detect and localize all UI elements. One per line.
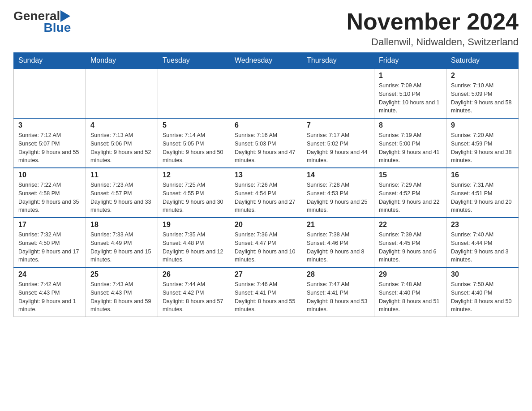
day-info: Sunrise: 7:12 AMSunset: 5:07 PMDaylight:… [18, 131, 81, 165]
calendar-week-row: 10Sunrise: 7:22 AMSunset: 4:58 PMDayligh… [14, 168, 519, 218]
day-number: 28 [307, 270, 369, 278]
table-row: 10Sunrise: 7:22 AMSunset: 4:58 PMDayligh… [14, 168, 86, 218]
day-number: 10 [18, 171, 81, 179]
table-row: 14Sunrise: 7:28 AMSunset: 4:53 PMDayligh… [302, 168, 374, 218]
calendar-week-row: 3Sunrise: 7:12 AMSunset: 5:07 PMDaylight… [14, 118, 519, 168]
day-info: Sunrise: 7:28 AMSunset: 4:53 PMDaylight:… [307, 181, 369, 214]
page-header: General Blue November 2024 Dallenwil, Ni… [13, 9, 519, 48]
table-row: 7Sunrise: 7:17 AMSunset: 5:02 PMDaylight… [302, 118, 374, 168]
day-info: Sunrise: 7:42 AMSunset: 4:43 PMDaylight:… [18, 280, 81, 314]
day-info: Sunrise: 7:33 AMSunset: 4:49 PMDaylight:… [90, 231, 153, 264]
day-number: 13 [235, 171, 297, 179]
table-row: 30Sunrise: 7:50 AMSunset: 4:40 PMDayligh… [446, 267, 519, 317]
day-number: 9 [451, 121, 514, 129]
day-info: Sunrise: 7:32 AMSunset: 4:50 PMDaylight:… [18, 231, 81, 264]
day-info: Sunrise: 7:13 AMSunset: 5:06 PMDaylight:… [90, 131, 153, 165]
calendar-week-row: 17Sunrise: 7:32 AMSunset: 4:50 PMDayligh… [14, 218, 519, 267]
table-row: 15Sunrise: 7:29 AMSunset: 4:52 PMDayligh… [374, 168, 446, 218]
day-info: Sunrise: 7:17 AMSunset: 5:02 PMDaylight:… [307, 131, 369, 165]
day-info: Sunrise: 7:10 AMSunset: 5:09 PMDaylight:… [451, 81, 514, 115]
calendar-week-row: 24Sunrise: 7:42 AMSunset: 4:43 PMDayligh… [14, 267, 519, 317]
day-number: 6 [235, 121, 297, 129]
header-wednesday: Wednesday [230, 53, 302, 69]
day-number: 30 [451, 270, 514, 278]
table-row: 19Sunrise: 7:35 AMSunset: 4:48 PMDayligh… [158, 218, 230, 267]
day-number: 25 [90, 270, 153, 278]
table-row: 20Sunrise: 7:36 AMSunset: 4:47 PMDayligh… [230, 218, 302, 267]
day-info: Sunrise: 7:16 AMSunset: 5:03 PMDaylight:… [235, 131, 297, 165]
day-info: Sunrise: 7:25 AMSunset: 4:55 PMDaylight:… [163, 181, 225, 214]
day-info: Sunrise: 7:35 AMSunset: 4:48 PMDaylight:… [163, 231, 225, 264]
table-row: 25Sunrise: 7:43 AMSunset: 4:43 PMDayligh… [86, 267, 158, 317]
day-info: Sunrise: 7:43 AMSunset: 4:43 PMDaylight:… [90, 280, 153, 314]
header-monday: Monday [86, 53, 158, 69]
table-row: 5Sunrise: 7:14 AMSunset: 5:05 PMDaylight… [158, 118, 230, 168]
header-saturday: Saturday [446, 53, 519, 69]
day-number: 7 [307, 121, 369, 129]
location-subtitle: Dallenwil, Nidwalden, Switzerland [347, 36, 519, 48]
table-row: 13Sunrise: 7:26 AMSunset: 4:54 PMDayligh… [230, 168, 302, 218]
day-info: Sunrise: 7:46 AMSunset: 4:41 PMDaylight:… [235, 280, 297, 314]
logo-text-blue: Blue [44, 21, 71, 34]
day-number: 23 [451, 221, 514, 229]
calendar-table: Sunday Monday Tuesday Wednesday Thursday… [13, 52, 519, 317]
table-row: 6Sunrise: 7:16 AMSunset: 5:03 PMDaylight… [230, 118, 302, 168]
day-number: 2 [451, 72, 514, 80]
day-info: Sunrise: 7:14 AMSunset: 5:05 PMDaylight:… [163, 131, 225, 165]
day-number: 16 [451, 171, 514, 179]
day-number: 3 [18, 121, 81, 129]
day-info: Sunrise: 7:26 AMSunset: 4:54 PMDaylight:… [235, 181, 297, 214]
month-title: November 2024 [347, 9, 519, 34]
table-row [230, 68, 302, 118]
title-section: November 2024 Dallenwil, Nidwalden, Swit… [347, 9, 519, 48]
table-row: 12Sunrise: 7:25 AMSunset: 4:55 PMDayligh… [158, 168, 230, 218]
day-info: Sunrise: 7:47 AMSunset: 4:41 PMDaylight:… [307, 280, 369, 314]
day-number: 27 [235, 270, 297, 278]
day-number: 18 [90, 221, 153, 229]
day-info: Sunrise: 7:39 AMSunset: 4:45 PMDaylight:… [379, 231, 442, 264]
table-row: 28Sunrise: 7:47 AMSunset: 4:41 PMDayligh… [302, 267, 374, 317]
day-info: Sunrise: 7:48 AMSunset: 4:40 PMDaylight:… [379, 280, 442, 314]
day-number: 17 [18, 221, 81, 229]
table-row: 21Sunrise: 7:38 AMSunset: 4:46 PMDayligh… [302, 218, 374, 267]
table-row [158, 68, 230, 118]
day-number: 24 [18, 270, 81, 278]
day-info: Sunrise: 7:38 AMSunset: 4:46 PMDaylight:… [307, 231, 369, 264]
table-row: 4Sunrise: 7:13 AMSunset: 5:06 PMDaylight… [86, 118, 158, 168]
header-friday: Friday [374, 53, 446, 69]
day-info: Sunrise: 7:44 AMSunset: 4:42 PMDaylight:… [163, 280, 225, 314]
day-number: 8 [379, 121, 442, 129]
day-number: 1 [379, 72, 442, 80]
calendar-week-row: 1Sunrise: 7:09 AMSunset: 5:10 PMDaylight… [14, 68, 519, 118]
header-thursday: Thursday [302, 53, 374, 69]
day-number: 11 [90, 171, 153, 179]
table-row: 22Sunrise: 7:39 AMSunset: 4:45 PMDayligh… [374, 218, 446, 267]
day-number: 20 [235, 221, 297, 229]
table-row [86, 68, 158, 118]
table-row: 27Sunrise: 7:46 AMSunset: 4:41 PMDayligh… [230, 267, 302, 317]
table-row: 17Sunrise: 7:32 AMSunset: 4:50 PMDayligh… [14, 218, 86, 267]
table-row: 26Sunrise: 7:44 AMSunset: 4:42 PMDayligh… [158, 267, 230, 317]
day-number: 19 [163, 221, 225, 229]
table-row: 23Sunrise: 7:40 AMSunset: 4:44 PMDayligh… [446, 218, 519, 267]
day-number: 21 [307, 221, 369, 229]
day-number: 29 [379, 270, 442, 278]
header-sunday: Sunday [14, 53, 86, 69]
table-row: 8Sunrise: 7:19 AMSunset: 5:00 PMDaylight… [374, 118, 446, 168]
day-number: 14 [307, 171, 369, 179]
table-row [302, 68, 374, 118]
table-row: 2Sunrise: 7:10 AMSunset: 5:09 PMDaylight… [446, 68, 519, 118]
day-info: Sunrise: 7:40 AMSunset: 4:44 PMDaylight:… [451, 231, 514, 264]
header-tuesday: Tuesday [158, 53, 230, 69]
day-number: 15 [379, 171, 442, 179]
table-row [14, 68, 86, 118]
day-number: 5 [163, 121, 225, 129]
day-info: Sunrise: 7:31 AMSunset: 4:51 PMDaylight:… [451, 181, 514, 214]
weekday-header-row: Sunday Monday Tuesday Wednesday Thursday… [14, 53, 519, 69]
day-info: Sunrise: 7:20 AMSunset: 4:59 PMDaylight:… [451, 131, 514, 165]
day-number: 22 [379, 221, 442, 229]
day-info: Sunrise: 7:36 AMSunset: 4:47 PMDaylight:… [235, 231, 297, 264]
logo: General Blue [13, 9, 71, 35]
table-row: 29Sunrise: 7:48 AMSunset: 4:40 PMDayligh… [374, 267, 446, 317]
day-number: 4 [90, 121, 153, 129]
